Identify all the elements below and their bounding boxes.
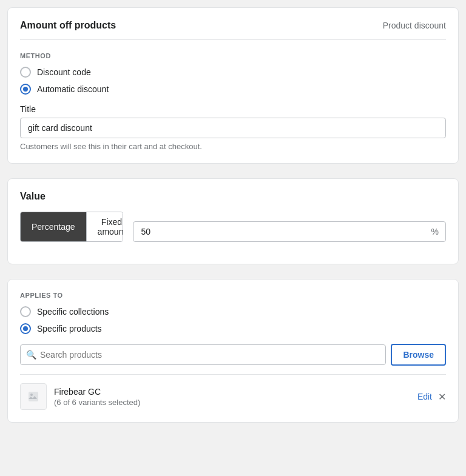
automatic-discount-option[interactable]: Automatic discount xyxy=(20,84,446,95)
search-input[interactable] xyxy=(20,344,386,365)
product-thumbnail xyxy=(20,383,47,410)
percentage-tab[interactable]: Percentage xyxy=(21,212,86,241)
product-actions: Edit ✕ xyxy=(417,391,446,403)
value-title: Value xyxy=(20,191,446,202)
discount-code-radio[interactable] xyxy=(20,67,31,78)
specific-products-label: Specific products xyxy=(37,324,102,334)
title-field-label: Title xyxy=(20,104,446,114)
value-input[interactable] xyxy=(133,221,446,242)
specific-collections-radio[interactable] xyxy=(20,306,31,317)
fixed-amount-tab[interactable]: Fixed amount xyxy=(86,212,124,241)
browse-button[interactable]: Browse xyxy=(391,344,446,366)
method-label: METHOD xyxy=(20,52,446,59)
product-item: Firebear GC (6 of 6 variants selected) E… xyxy=(20,374,446,410)
automatic-discount-radio[interactable] xyxy=(20,84,31,95)
product-image-icon xyxy=(27,391,39,403)
product-variants: (6 of 6 variants selected) xyxy=(54,398,410,407)
title-hint: Customers will see this in their cart an… xyxy=(20,142,446,151)
value-suffix: % xyxy=(431,227,439,236)
applies-card: APPLIES TO Specific collections Specific… xyxy=(7,279,459,423)
applies-label: APPLIES TO xyxy=(20,292,446,299)
automatic-discount-label: Automatic discount xyxy=(37,84,109,94)
specific-products-option[interactable]: Specific products xyxy=(20,323,446,334)
title-input[interactable] xyxy=(20,118,446,138)
method-card: Amount off products Product discount MET… xyxy=(7,7,459,164)
value-tab-group: Percentage Fixed amount xyxy=(20,212,123,242)
page-title: Amount off products xyxy=(20,20,116,31)
specific-collections-label: Specific collections xyxy=(37,307,109,317)
svg-rect-0 xyxy=(29,392,38,401)
discount-code-label: Discount code xyxy=(37,67,91,77)
value-controls: Percentage Fixed amount % xyxy=(20,212,446,252)
applies-radio-group: Specific collections Specific products xyxy=(20,306,446,334)
remove-product-button[interactable]: ✕ xyxy=(438,391,446,403)
search-icon: 🔍 xyxy=(26,350,36,360)
product-info: Firebear GC (6 of 6 variants selected) xyxy=(54,387,410,407)
specific-products-radio[interactable] xyxy=(20,323,31,334)
product-name: Firebear GC xyxy=(54,387,410,397)
svg-point-1 xyxy=(30,394,33,396)
value-card: Value Percentage Fixed amount % xyxy=(7,178,459,264)
search-row: 🔍 Browse xyxy=(20,344,446,366)
discount-code-option[interactable]: Discount code xyxy=(20,67,446,78)
method-radio-group: Discount code Automatic discount xyxy=(20,67,446,95)
specific-collections-option[interactable]: Specific collections xyxy=(20,306,446,317)
edit-product-link[interactable]: Edit xyxy=(417,392,432,401)
search-wrap: 🔍 xyxy=(20,344,386,365)
title-field: Title Customers will see this in their c… xyxy=(20,104,446,151)
page-subtitle: Product discount xyxy=(383,21,446,30)
value-input-wrap: % xyxy=(133,221,446,242)
card-header: Amount off products Product discount xyxy=(20,20,446,40)
